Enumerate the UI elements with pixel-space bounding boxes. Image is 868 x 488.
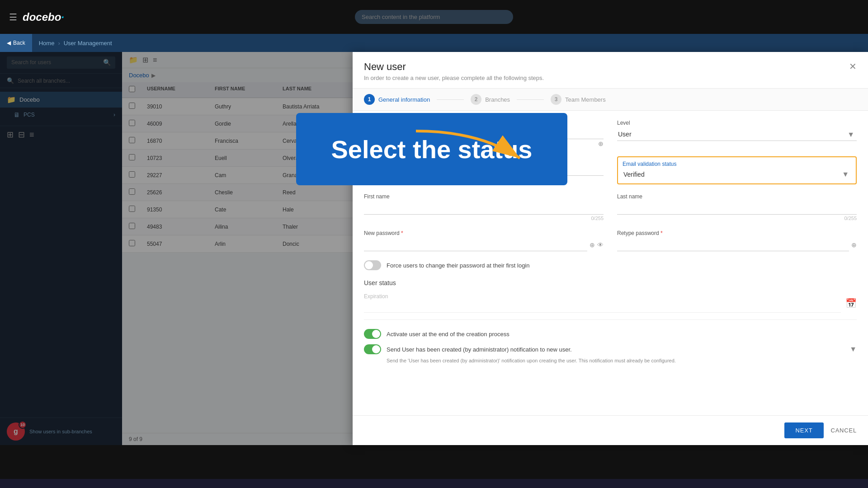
step-2-circle: 2: [471, 94, 481, 105]
expiration-input[interactable]: [364, 301, 841, 313]
user-management-link[interactable]: User Management: [64, 40, 112, 47]
lastname-char-count: 0/255: [617, 216, 857, 221]
next-button[interactable]: NEXT: [784, 422, 824, 438]
step-1-label: General information: [378, 96, 430, 103]
bottom-bar: [0, 445, 868, 479]
modal-footer: NEXT CANCEL: [353, 415, 868, 445]
expand-notification-icon[interactable]: ▼: [849, 345, 857, 353]
user-status-section: User status: [364, 279, 857, 286]
email-validation-select[interactable]: Verified: [623, 169, 851, 180]
activate-row: Activate user at the end of the creation…: [364, 329, 857, 339]
username-group: Username rrattan86 ⊕: [364, 120, 604, 147]
step-3-circle: 3: [551, 94, 561, 105]
modal-header: New user In order to create a new user, …: [353, 52, 868, 89]
send-notification-toggle[interactable]: [364, 344, 381, 354]
force-change-toggle[interactable]: [364, 260, 381, 270]
back-button[interactable]: ◀ Back: [0, 34, 32, 52]
password-input[interactable]: [364, 238, 587, 251]
hamburger-icon[interactable]: ☰: [9, 12, 17, 23]
activate-label: Activate user at the end of the creation…: [387, 331, 509, 338]
firstname-group: First name 0/255: [364, 193, 604, 221]
lastname-group: Last name 0/255: [617, 193, 857, 221]
form-row-4: New password * ⊕ 👁 Retype password *: [364, 230, 857, 251]
step-separator-1: [437, 99, 464, 100]
firstname-input[interactable]: [364, 202, 604, 215]
calendar-icon[interactable]: 📅: [845, 298, 857, 309]
step-separator-2: [517, 99, 544, 100]
lastname-input[interactable]: [617, 202, 857, 215]
modal-overlay[interactable]: [0, 52, 353, 445]
send-notification-label: Send User has been created (by administr…: [387, 346, 572, 353]
level-select[interactable]: User: [617, 128, 857, 141]
retype-password-label: Retype password *: [617, 230, 857, 236]
back-arrow-icon: ◀: [7, 40, 11, 46]
docebo-logo: docebo·: [23, 11, 64, 23]
firstname-char-count: 0/255: [364, 216, 604, 221]
username-icon[interactable]: ⊕: [598, 140, 604, 147]
expiration-label: Expiration: [364, 293, 841, 300]
nav-sep: ›: [58, 40, 60, 47]
steps-bar: 1 General information 2 Branches 3 Team …: [353, 89, 868, 111]
main-area: 🔍 🔍 📁 Docebo 🖥 PCS › ⊞ ⊟ ≡: [0, 52, 868, 445]
user-status-title: User status: [364, 279, 857, 286]
step-2-label: Branches: [485, 96, 510, 103]
password-generator-icon[interactable]: ⊕: [590, 241, 595, 249]
level-label: Level: [617, 120, 857, 126]
lastname-label: Last name: [617, 193, 857, 200]
step-branches[interactable]: 2 Branches: [471, 94, 510, 105]
email-label: Email: [364, 156, 604, 163]
retype-password-group: Retype password * ⊕: [617, 230, 857, 251]
username-label: Username: [364, 120, 604, 126]
modal-form-body: Username rrattan86 ⊕ Level User ▼: [353, 111, 868, 415]
password-label: New password *: [364, 230, 604, 236]
step-3-label: Team Members: [565, 96, 606, 103]
form-row-1: Username rrattan86 ⊕ Level User ▼: [364, 120, 857, 147]
level-group: Level User ▼: [617, 120, 857, 147]
new-user-modal: New user In order to create a new user, …: [353, 52, 868, 445]
home-link[interactable]: Home: [39, 40, 55, 47]
modal-subtitle: In order to create a new user, please co…: [364, 75, 544, 81]
password-group: New password * ⊕ 👁: [364, 230, 604, 251]
email-value: raman.rattan@pcs.com: [364, 164, 604, 176]
email-validation-label: Email validation status: [623, 161, 851, 167]
notification-subtext: Send the 'User has been created (by admi…: [387, 358, 857, 363]
force-change-label: Force users to change their password at …: [387, 262, 529, 269]
modal-title: New user: [364, 61, 544, 73]
step-general-info[interactable]: 1 General information: [364, 94, 430, 105]
cancel-button[interactable]: CANCEL: [830, 427, 857, 434]
nav-bar: ◀ Back Home › User Management: [0, 34, 868, 52]
platform-search-input[interactable]: [355, 10, 513, 24]
email-validation-group: Email validation status Verified ▼: [617, 156, 857, 184]
password-eye-icon[interactable]: 👁: [597, 241, 604, 249]
username-value: rrattan86: [364, 128, 604, 139]
force-change-row: Force users to change their password at …: [364, 260, 857, 270]
email-group: Email raman.rattan@pcs.com: [364, 156, 604, 184]
form-row-3: First name 0/255 Last name 0/255: [364, 193, 857, 221]
form-row-2: Email raman.rattan@pcs.com Email validat…: [364, 156, 857, 184]
step-team-members[interactable]: 3 Team Members: [551, 94, 606, 105]
activate-toggle[interactable]: [364, 329, 381, 339]
top-bar: ☰ docebo·: [0, 0, 868, 34]
expiration-row: Expiration 📅: [364, 293, 857, 320]
retype-password-generator-icon[interactable]: ⊕: [851, 241, 857, 249]
modal-close-button[interactable]: ✕: [849, 61, 857, 72]
step-1-circle: 1: [364, 94, 375, 105]
send-notification-row: Send User has been created (by administr…: [364, 344, 857, 354]
firstname-label: First name: [364, 193, 604, 200]
retype-password-input[interactable]: [617, 238, 849, 251]
